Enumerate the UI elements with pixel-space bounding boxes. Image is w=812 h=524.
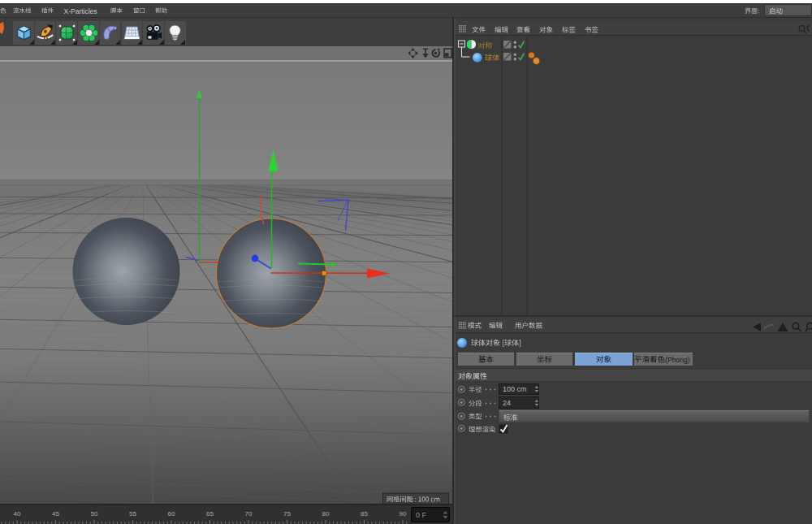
svg-text:65: 65 [206, 510, 214, 518]
svg-text:55: 55 [129, 510, 136, 518]
svg-text:75: 75 [283, 510, 291, 518]
svg-text:40: 40 [14, 510, 21, 518]
svg-text:80: 80 [322, 510, 330, 518]
svg-text:60: 60 [168, 510, 175, 518]
svg-text:50: 50 [91, 510, 98, 518]
svg-text:70: 70 [245, 510, 253, 518]
svg-text:85: 85 [361, 510, 368, 518]
svg-text:90: 90 [400, 510, 407, 518]
svg-text:45: 45 [52, 510, 59, 518]
